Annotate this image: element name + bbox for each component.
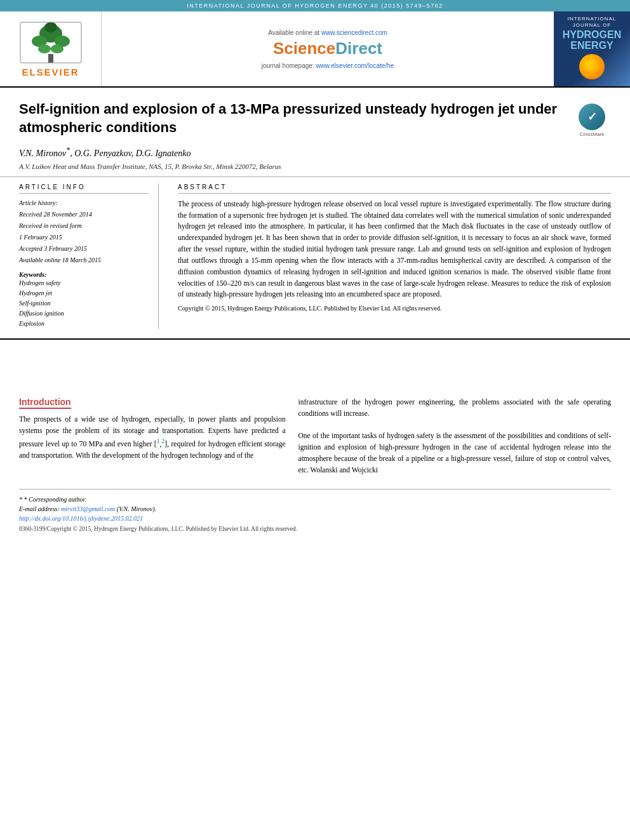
author-ignatenko: D.G. Ignatenko <box>136 149 191 158</box>
journal-logo: International Journal of HYDROGENENERGY <box>554 11 630 86</box>
article-info-column: ARTICLE INFO Article history: Received 2… <box>19 183 159 329</box>
affiliation-line: A.V. Luikov Heat and Mass Transfer Insti… <box>19 163 563 170</box>
svg-rect-0 <box>48 54 53 63</box>
article-history-label: Article history: <box>19 199 149 208</box>
blank-spacer <box>0 340 630 390</box>
article-title: Self-ignition and explosion of a 13-MPa … <box>19 100 563 137</box>
keyword-2: Hydrogen jet <box>19 288 149 298</box>
accepted-date: Accepted 3 February 2015 <box>19 244 149 253</box>
introduction-left-text: The prospects of a wide use of hydrogen,… <box>19 414 286 462</box>
introduction-right-column: infrastructure of the hydrogen power eng… <box>298 397 611 476</box>
journal-homepage-link[interactable]: www.elsevier.com/locate/he <box>316 62 394 69</box>
ref-1-link[interactable]: 1 <box>156 437 159 444</box>
sciencedirect-logo: ScienceDirect <box>273 39 382 58</box>
svg-point-7 <box>51 44 64 53</box>
abstract-header: ABSTRACT <box>178 183 611 194</box>
email-author-name: (V.N. Mironov). <box>117 505 156 512</box>
introduction-title: Introduction <box>19 397 71 409</box>
crossmark-icon: ✓ <box>579 103 605 130</box>
available-online-text: Available online at www.sciencedirect.co… <box>268 29 387 36</box>
email-line: E-mail address: mirvit33@gmail.com (V.N.… <box>19 504 611 514</box>
author-email-link[interactable]: mirvit33@gmail.com <box>61 505 115 512</box>
author-mironov: V.N. Mironov* <box>19 149 70 158</box>
ref-2-link[interactable]: 2 <box>161 437 164 444</box>
crossmark-label: CrossMark <box>580 131 605 137</box>
introduction-left-column: Introduction The prospects of a wide use… <box>19 397 286 476</box>
revised-label: Received in revised form <box>19 222 149 230</box>
journal-citation: International Journal of Hydrogen Energy… <box>187 3 443 9</box>
journal-middle-header: Available online at www.sciencedirect.co… <box>102 11 554 86</box>
elsevier-brand-name: ELSEVIER <box>22 67 79 77</box>
email-label: E-mail address: <box>19 505 60 512</box>
corresponding-label: * Corresponding author. <box>24 496 86 503</box>
revised-date: 1 February 2015 <box>19 233 149 242</box>
article-info-abstract-section: ARTICLE INFO Article history: Received 2… <box>0 177 630 340</box>
keywords-header: Keywords: <box>19 271 149 278</box>
journal-top-bar: International Journal of Hydrogen Energy… <box>0 0 630 11</box>
journal-header: ELSEVIER Available online at www.science… <box>0 11 630 88</box>
journal-homepage-line: journal homepage: www.elsevier.com/locat… <box>262 62 394 69</box>
keyword-3: Self-ignition <box>19 298 149 309</box>
journal-logo-emblem <box>579 54 605 79</box>
journal-logo-main: HYDROGENENERGY <box>563 29 621 51</box>
elsevier-tree-icon <box>19 21 83 64</box>
svg-point-6 <box>38 44 51 53</box>
received-date: Received 28 November 2014 <box>19 210 149 219</box>
corresponding-author-note: * * Corresponding author. <box>19 495 611 504</box>
article-info-header: ARTICLE INFO <box>19 183 149 194</box>
available-online-date: Available online 18 March 2015 <box>19 256 149 265</box>
journal-logo-title: International Journal of <box>558 16 626 29</box>
svg-point-8 <box>44 22 57 32</box>
abstract-text: The process of unsteady high-pressure hy… <box>178 199 611 300</box>
keyword-4: Diffusion ignition <box>19 309 149 319</box>
introduction-right-text: infrastructure of the hydrogen power eng… <box>298 397 611 476</box>
doi-line: http://dx.doi.org/10.1016/j.ijhydene.201… <box>19 514 611 523</box>
author-penyazkov: O.G. Penyazkov <box>74 149 131 158</box>
footer-section: * * Corresponding author. E-mail address… <box>19 489 611 532</box>
authors-line: V.N. Mironov*, O.G. Penyazkov, D.G. Igna… <box>19 146 563 159</box>
sciencedirect-url[interactable]: www.sciencedirect.com <box>321 29 387 36</box>
abstract-copyright: Copyright © 2015, Hydrogen Energy Public… <box>178 304 611 313</box>
keyword-1: Hydrogen safety <box>19 278 149 288</box>
article-title-section: Self-ignition and explosion of a 13-MPa … <box>0 88 630 177</box>
elsevier-logo: ELSEVIER <box>0 11 102 86</box>
doi-link[interactable]: http://dx.doi.org/10.1016/j.ijhydene.201… <box>19 515 143 522</box>
abstract-column: ABSTRACT The process of unsteady high-pr… <box>171 183 611 329</box>
crossmark-badge[interactable]: ✓ CrossMark <box>573 103 611 137</box>
footer-copyright: 0360-3199/Copyright © 2015, Hydrogen Ene… <box>19 526 611 532</box>
keywords-section: Keywords: Hydrogen safety Hydrogen jet S… <box>19 271 149 329</box>
keyword-5: Explosion <box>19 319 149 329</box>
introduction-section: Introduction The prospects of a wide use… <box>0 390 630 489</box>
article-title-block: Self-ignition and explosion of a 13-MPa … <box>19 100 563 170</box>
